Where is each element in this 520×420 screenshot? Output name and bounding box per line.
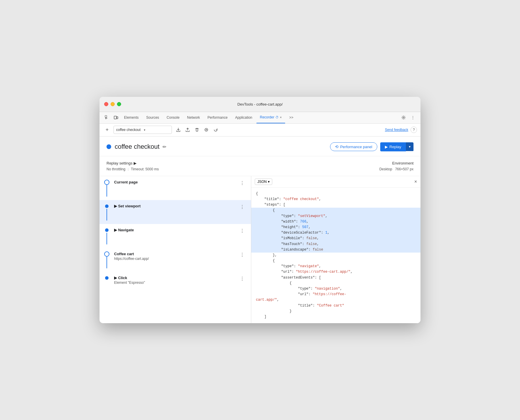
recording-selector[interactable]: coffee checkout ▾ [114,126,172,134]
environment-label: Environment [379,161,413,165]
recorder-bar-right: Send feedback ? [385,127,417,133]
settings-expand-icon: ▶ [134,161,137,165]
tab-elements[interactable]: Elements [121,112,142,123]
step-title: ▶ Set viewport [114,204,238,208]
close-json-panel-button[interactable]: × [414,179,417,184]
more-options-icon[interactable]: ⋮ [409,113,417,122]
svg-rect-4 [117,117,118,119]
step-title: Current page [114,180,238,184]
tab-recorder[interactable]: Recorder ⏱ × [256,112,285,123]
performance-panel-button[interactable]: ⟲ Performance panel [330,142,377,151]
tab-sources[interactable]: Sources [143,112,163,123]
close-button[interactable] [104,102,108,106]
recording-actions [174,126,220,134]
expand-icon: ▶ [114,228,118,232]
traffic-lights [104,102,121,106]
titlebar: DevTools - coffee-cart.app/ [100,97,420,112]
recorder-bar: + coffee checkout ▾ [100,124,420,136]
step-menu-button[interactable]: ⋮ [238,204,246,210]
step-title: ▶ Click [114,276,238,280]
settings-values: No throttling | Timeout: 5000 ms [107,167,379,171]
recording-header: coffee checkout ✏ ⟲ Performance panel ▶ … [100,136,420,156]
fullscreen-button[interactable] [117,102,121,106]
timeline-connector [104,275,109,281]
step-content: ▶ Navigate [114,228,238,232]
replay-button[interactable]: ▶ Replay [380,142,406,151]
timeline-connector [104,251,109,268]
tab-application[interactable]: Application [232,112,256,123]
timeline-node-circle [104,180,109,185]
timeline-node-dot [105,228,109,232]
timeline-line [107,209,107,220]
add-recording-button[interactable]: + [103,126,111,134]
json-header: JSON ▾ × [251,176,420,188]
replay-settings: Replay settings ▶ No throttling | Timeou… [107,161,379,171]
tab-network[interactable]: Network [184,112,203,123]
step-content: Coffee cart https://coffee-cart.app/ [114,251,238,261]
step-title: Coffee cart [114,252,238,256]
json-body[interactable]: { "title": "coffee checkout", "steps": [… [251,188,420,323]
step-click[interactable]: ▶ Click Element "Espresso" ⋮ [100,272,251,288]
svg-rect-3 [114,116,116,119]
step-menu-button[interactable]: ⋮ [238,251,246,258]
replay-refresh-button[interactable] [212,126,220,134]
replay-dropdown-button[interactable]: ▾ [406,142,413,151]
svg-marker-7 [206,129,207,131]
timeline-line [107,233,107,244]
close-recorder-tab[interactable]: × [280,116,282,119]
step-content: ▶ Click Element "Espresso" [114,275,238,285]
replay-play-icon: ▶ [385,145,388,149]
split-content: Current page ⋮ ▶ Set viewport [100,176,420,323]
edit-title-icon[interactable]: ✏ [163,144,166,150]
send-feedback-button[interactable]: Send feedback [385,128,408,132]
step-title: ▶ Navigate [114,228,238,232]
devtools-window: DevTools - coffee-cart.app/ Elements Sou… [100,97,420,323]
timeline-node-circle [104,251,109,257]
step-content: ▶ Set viewport [114,204,238,208]
json-panel: JSON ▾ × { "title": "coffee checkout", "… [251,176,420,323]
tab-console[interactable]: Console [163,112,183,123]
timeline-line [107,257,107,268]
window-title: DevTools - coffee-cart.app/ [237,102,282,106]
tab-performance[interactable]: Performance [204,112,231,123]
start-recording-button[interactable] [202,126,210,134]
step-navigate[interactable]: ▶ Navigate ⋮ [100,224,251,248]
selector-chevron-icon: ▾ [144,128,169,132]
minimize-button[interactable] [111,102,115,106]
replay-button-group: ▶ Replay ▾ [380,142,413,151]
settings-icon[interactable] [399,113,408,122]
step-menu-button[interactable]: ⋮ [238,275,246,282]
step-menu-button[interactable]: ⋮ [238,180,246,186]
step-menu-button[interactable]: ⋮ [238,228,246,234]
step-coffee-cart[interactable]: Coffee cart https://coffee-cart.app/ ⋮ [100,248,251,272]
timeline-connector [104,228,109,244]
timeline-connector [104,204,109,220]
recording-title: coffee checkout [115,143,160,150]
inspect-icon[interactable] [103,113,111,122]
timeline-connector [104,180,109,197]
expand-icon: ▶ [114,204,118,208]
environment-value: Desktop 766×507 px [379,167,413,171]
recording-status-dot [107,144,111,149]
format-chevron-icon: ▾ [268,180,270,184]
svg-point-5 [403,117,404,118]
import-button[interactable] [184,126,192,134]
settings-bar: Replay settings ▶ No throttling | Timeou… [100,156,420,176]
step-set-viewport[interactable]: ▶ Set viewport ⋮ [100,200,251,224]
replay-settings-label[interactable]: Replay settings ▶ [107,161,379,165]
main-content: coffee checkout ✏ ⟲ Performance panel ▶ … [100,136,420,323]
step-current-page[interactable]: Current page ⋮ [100,176,251,200]
more-tabs-button[interactable]: >> [286,112,297,123]
format-selector[interactable]: JSON ▾ [255,178,272,185]
delete-button[interactable] [193,126,201,134]
help-button[interactable]: ? [411,127,417,133]
device-icon[interactable] [112,113,120,122]
devtools-toolbar: Elements Sources Console Network Perform… [100,112,420,124]
recorder-icon: ⏱ [275,116,279,119]
svg-rect-0 [105,116,107,117]
timeline-node-dot [105,276,109,280]
export-button[interactable] [174,126,182,134]
expand-icon: ▶ [114,276,118,280]
timeline-node-dot [105,204,109,208]
header-right: ⟲ Performance panel ▶ Replay ▾ [330,142,413,151]
